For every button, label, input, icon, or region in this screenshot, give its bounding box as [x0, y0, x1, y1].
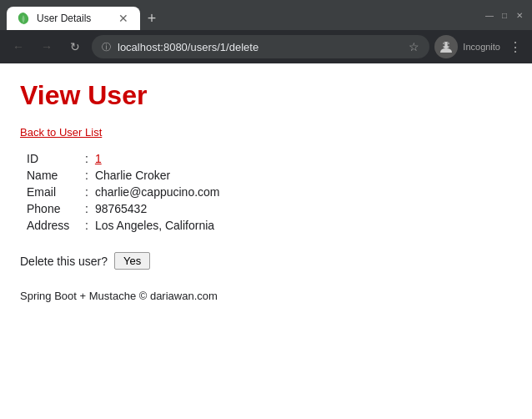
close-button[interactable]: ✕	[514, 9, 525, 21]
back-to-user-list-link[interactable]: Back to User List	[20, 126, 102, 139]
address-colon: :	[85, 219, 88, 232]
user-details-table: ID : 1 Name : Charlie Croker Email : cha…	[27, 152, 512, 232]
name-value: Charlie Croker	[95, 169, 170, 182]
nav-bar: ← → ↻ ⓘ localhost:8080/users/1/delete ☆ …	[0, 30, 532, 63]
url-text: localhost:8080/users/1/delete	[118, 41, 402, 53]
id-label: ID	[27, 152, 85, 165]
id-row: ID : 1	[27, 152, 512, 165]
page-content: View User Back to User List ID : 1 Name …	[0, 63, 532, 419]
phone-value: 98765432	[95, 202, 147, 215]
window-controls: — □ ✕	[484, 9, 525, 21]
title-bar: User Details ✕ + — □ ✕	[0, 0, 532, 30]
incognito-icon	[439, 39, 454, 54]
email-row: Email : charlie@cappucino.com	[27, 185, 512, 199]
forward-button[interactable]: →	[35, 35, 58, 58]
address-row: Address : Los Angeles, California	[27, 219, 512, 232]
incognito-label: Incognito	[463, 42, 500, 52]
minimize-button[interactable]: —	[484, 9, 495, 21]
page-title: View User	[20, 80, 512, 111]
name-colon: :	[85, 169, 88, 182]
svg-rect-5	[447, 43, 449, 44]
delete-prompt: Delete this user?	[20, 255, 108, 268]
id-colon: :	[85, 152, 88, 165]
email-colon: :	[85, 185, 88, 199]
browser-menu-button[interactable]: ⋮	[505, 39, 525, 55]
name-row: Name : Charlie Croker	[27, 169, 512, 182]
active-tab[interactable]: User Details ✕	[7, 7, 140, 30]
back-button[interactable]: ←	[7, 35, 30, 58]
bookmark-icon[interactable]: ☆	[409, 40, 419, 53]
phone-row: Phone : 98765432	[27, 202, 512, 215]
address-value: Los Angeles, California	[95, 219, 214, 232]
id-value[interactable]: 1	[95, 152, 102, 165]
maximize-button[interactable]: □	[499, 9, 510, 21]
reload-button[interactable]: ↻	[63, 35, 87, 58]
email-label: Email	[27, 185, 85, 199]
name-label: Name	[27, 169, 85, 182]
svg-point-3	[448, 44, 450, 47]
tab-favicon	[17, 12, 30, 25]
footer-text: Spring Boot + Mustache © dariawan.com	[20, 290, 512, 302]
svg-point-2	[443, 44, 445, 47]
phone-label: Phone	[27, 202, 85, 215]
profile-button[interactable]	[434, 35, 458, 58]
tab-close-button[interactable]: ✕	[117, 12, 130, 25]
delete-section: Delete this user? Yes	[20, 252, 512, 270]
email-value: charlie@cappucino.com	[95, 185, 220, 199]
phone-colon: :	[85, 202, 88, 215]
address-bar[interactable]: ⓘ localhost:8080/users/1/delete ☆	[92, 35, 429, 58]
lock-icon: ⓘ	[102, 41, 111, 53]
address-label: Address	[27, 219, 85, 232]
new-tab-button[interactable]: +	[140, 7, 163, 30]
browser-window: User Details ✕ + — □ ✕ ← → ↻ ⓘ localhost…	[0, 0, 532, 419]
tab-title: User Details	[37, 13, 110, 24]
yes-button[interactable]: Yes	[114, 252, 150, 270]
svg-rect-4	[443, 43, 445, 44]
tab-strip: User Details ✕ +	[7, 0, 484, 30]
